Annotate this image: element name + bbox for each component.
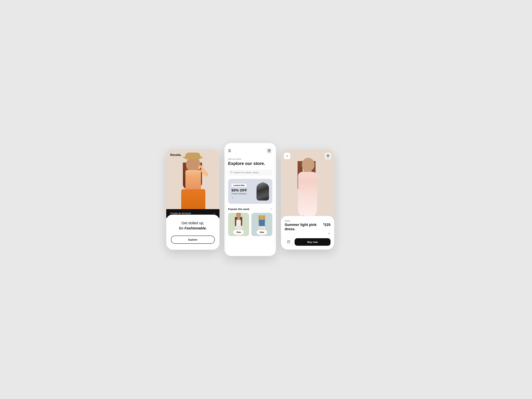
popular-header: Popular this week →	[228, 208, 272, 210]
create-account-text: Create an Account	[170, 212, 191, 215]
phone2-header: ☰	[228, 148, 272, 154]
product-actions: Buy now	[285, 238, 330, 246]
wishlist-button[interactable]	[285, 238, 293, 246]
phone1-image-section: Revella.	[166, 149, 219, 209]
phone3: ZARA Summer light pink dress. $225 Buy	[281, 149, 334, 250]
product-detail-panel: ZARA Summer light pink dress. $225 Buy	[281, 216, 334, 250]
explore-button[interactable]: Explore	[171, 236, 215, 244]
phone1: Revella.	[166, 149, 219, 250]
svg-point-1	[231, 171, 232, 173]
phone1-bottom-section: Get dolled up, Be Fashionable. Explore	[166, 215, 219, 250]
product-card-bg-2: View	[251, 213, 272, 236]
welcome-text: Welcome Back	[228, 158, 272, 160]
view-button-1[interactable]: View	[233, 230, 244, 234]
tagline: Get dolled up, Be Fashionable.	[171, 221, 215, 231]
chevron-down-icon[interactable]	[285, 232, 330, 235]
promo-badge: Limited Offer	[231, 184, 247, 187]
cart-button[interactable]	[266, 148, 272, 154]
hamburger-icon[interactable]: ☰	[228, 149, 231, 153]
search-input[interactable]	[234, 171, 270, 174]
search-icon	[230, 171, 233, 174]
product-price: $225	[323, 223, 330, 227]
store-title: Explore our store.	[228, 161, 272, 166]
promo-banner: Limited Offer 50% OFF Trendy Collections…	[228, 179, 272, 204]
promo-subtitle: Trendy Collections.	[231, 193, 254, 195]
search-bar[interactable]	[228, 169, 272, 176]
promo-content: Limited Offer 50% OFF Trendy Collections…	[231, 184, 254, 199]
popular-title: Popular this week	[228, 208, 249, 210]
product-card-bg-1: View	[228, 213, 249, 236]
phone3-image-section	[281, 149, 334, 219]
price-value: 225	[324, 223, 330, 227]
product-name: Summer light pink dress.	[285, 223, 323, 231]
product-brand: ZARA	[285, 220, 330, 222]
promo-discount: 50% OFF	[231, 188, 254, 192]
view-button-2[interactable]: View	[257, 230, 267, 234]
phone3-cart-button[interactable]	[325, 153, 331, 159]
promo-image	[254, 182, 269, 201]
product-card-1: View	[228, 213, 249, 236]
phone2: ☰ Welcome Back Explore our store. Limite…	[224, 143, 276, 256]
buy-now-button[interactable]: Buy now	[295, 238, 330, 246]
phones-container: Revella.	[166, 143, 366, 256]
product-name-price-row: Summer light pink dress. $225	[285, 223, 330, 231]
product-grid: View	[228, 213, 272, 236]
promo-arrow[interactable]: →	[231, 196, 254, 199]
popular-arrow[interactable]: →	[270, 208, 272, 210]
back-button[interactable]	[284, 153, 290, 159]
cta-arrow: →	[212, 211, 215, 215]
app-logo: Revella.	[170, 153, 182, 157]
product-card-2: View	[251, 213, 272, 236]
